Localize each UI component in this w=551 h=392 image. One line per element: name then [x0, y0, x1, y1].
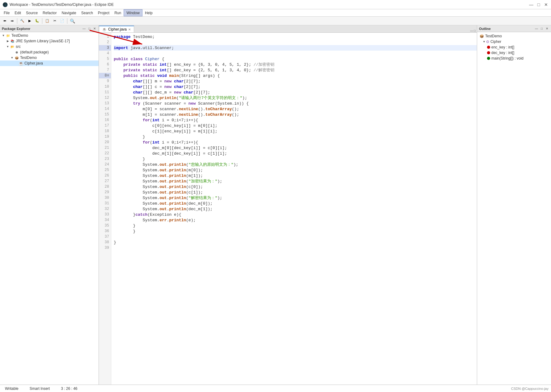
- outline-item-cipher-class[interactable]: ▼ ⊙ Cipher: [478, 39, 550, 44]
- line-num-39: 39: [99, 245, 111, 251]
- tree-item-testdemo[interactable]: ▼ 📁 TestDemo: [0, 33, 99, 38]
- tree-arrow-testdemo[interactable]: ▼: [1, 33, 6, 38]
- menu-item-project[interactable]: Project: [95, 9, 112, 16]
- eclipse-icon: 🌑: [2, 2, 8, 7]
- line-num-25: 25: [99, 167, 111, 173]
- outline-maximize-btn[interactable]: □: [540, 27, 544, 31]
- code-line-34: System.err.println(e);: [114, 217, 477, 223]
- tree-item-cipher[interactable]: ☕ Cipher.java: [0, 60, 99, 66]
- menu-item-file[interactable]: File: [1, 9, 12, 16]
- code-line-10: char[][] c = new char[2][7];: [114, 84, 477, 90]
- tab-close-btn[interactable]: ✕: [128, 28, 131, 31]
- line-num-14: 14: [99, 106, 111, 112]
- status-bar: Writable Smart Insert 3 : 26 : 46 CSDN @…: [0, 385, 551, 392]
- window-title: Workspace - TestDemo/src/TestDemo/Cipher…: [10, 2, 114, 7]
- code-line-39: [114, 245, 477, 251]
- expand-arrow-cipher[interactable]: ▼: [483, 40, 485, 43]
- title-bar-left: 🌑 Workspace - TestDemo/src/TestDemo/Ciph…: [2, 2, 114, 7]
- editor-maximize-btn[interactable]: □: [474, 29, 476, 32]
- toolbar-btn-6[interactable]: 📋: [44, 18, 51, 24]
- code-line-5: public class Cipher {: [114, 56, 477, 62]
- package-explorer-panel: Package Explorer — □ ✕ ▼ 📁 TestDemo ▶ 📚 …: [0, 25, 99, 385]
- outline-label-cipher: Cipher: [490, 40, 501, 44]
- menu-item-source[interactable]: Source: [23, 9, 40, 16]
- code-line-29: System.out.println(c[1]);: [114, 190, 477, 195]
- toolbar-sep-1: [17, 18, 17, 24]
- editor-panel: ☕ Cipher.java ✕ — □ 1 2 3 4 5 6 7 8≡ 9 1…: [99, 25, 477, 385]
- menu-item-search[interactable]: Search: [79, 9, 95, 16]
- outline-tree: 📦 TestDemo ▼ ⊙ Cipher enc_key : int[] de…: [477, 32, 551, 62]
- toolbar-btn-2[interactable]: ⮕: [9, 18, 15, 24]
- code-editor[interactable]: 1 2 3 4 5 6 7 8≡ 9 10 11 12 13 14 15 16 …: [99, 33, 477, 385]
- menu-item-window[interactable]: Window: [124, 9, 142, 16]
- tree-arrow-testdemo-pkg[interactable]: ▼: [10, 56, 14, 60]
- tree-item-testdemo-pkg[interactable]: ▼ 📦 TestDemo: [0, 55, 99, 60]
- menu-item-navigate[interactable]: Navigate: [59, 9, 78, 16]
- project-tree: ▼ 📁 TestDemo ▶ 📚 JRE System Library [Jav…: [0, 32, 99, 385]
- toolbar-btn-3[interactable]: 🔨: [19, 18, 26, 24]
- code-line-2: [114, 40, 477, 45]
- project-icon: 📁: [6, 33, 11, 38]
- class-icon-outline: ⊙: [486, 40, 489, 44]
- tab-label: Cipher.java: [108, 27, 127, 31]
- code-content[interactable]: package TestDemo; import java.util.Scann…: [111, 33, 477, 385]
- menu-item-edit[interactable]: Edit: [12, 9, 23, 16]
- outline-item-enc-key[interactable]: enc_key : int[]: [478, 44, 550, 50]
- code-line-33: }catch(Exception e){: [114, 212, 477, 217]
- line-num-29: 29: [99, 190, 111, 195]
- tree-item-jre[interactable]: ▶ 📚 JRE System Library [JavaSE-17]: [0, 38, 99, 44]
- tree-item-src[interactable]: ▼ 📂 src: [0, 44, 99, 49]
- code-line-3: import java.util.Scanner;: [114, 45, 477, 51]
- tree-arrow-default: [10, 50, 14, 54]
- panel-controls[interactable]: — □ ✕: [82, 27, 97, 31]
- outline-item-dec-key[interactable]: dec_key : int[]: [478, 50, 550, 56]
- toolbar: ⬅ ⮕ 🔨 ▶ 🐛 📋 ✂ 📄 🔍: [0, 17, 551, 25]
- menu-item-run[interactable]: Run: [112, 9, 124, 16]
- toolbar-btn-7[interactable]: ✂: [51, 18, 58, 24]
- package-icon: ⊕: [14, 50, 19, 55]
- code-line-11: char[][] dec_m = new char[2][7];: [114, 90, 477, 95]
- code-line-14: m[0] = scanner.nextLine().toCharArray();: [114, 106, 477, 112]
- tree-arrow-cipher: [14, 61, 19, 65]
- panel-close-btn[interactable]: ✕: [92, 27, 97, 31]
- code-line-19: }: [114, 134, 477, 140]
- code-line-8: public static void main(String[] args) {: [114, 73, 477, 78]
- status-left: Writable Smart Insert 3 : 26 : 46: [2, 386, 80, 391]
- tree-item-default-pkg[interactable]: ⊕ (default package): [0, 49, 99, 55]
- editor-minimize-btn[interactable]: —: [470, 29, 473, 32]
- line-num-18: 18: [99, 128, 111, 134]
- code-line-16: for(int i = 0;i<7;i++){: [114, 117, 477, 123]
- code-line-15: m[1] = scanner.nextLine().toCharArray();: [114, 112, 477, 117]
- outline-minimize-btn[interactable]: —: [534, 27, 539, 31]
- menu-item-help[interactable]: Help: [142, 9, 155, 16]
- outline-panel-controls[interactable]: — □ ✕: [534, 27, 549, 31]
- minimize-button[interactable]: —: [529, 2, 534, 7]
- line-num-20: 20: [99, 140, 111, 145]
- panel-maximize-btn[interactable]: □: [87, 27, 91, 31]
- line-num-38: 38: [99, 240, 111, 245]
- code-line-13: try (Scanner scanner = new Scanner(Syste…: [114, 101, 477, 106]
- line-num-23: 23: [99, 156, 111, 162]
- tree-arrow-jre[interactable]: ▶: [6, 39, 10, 43]
- toolbar-btn-8[interactable]: 📄: [59, 18, 66, 24]
- maximize-button[interactable]: □: [536, 2, 541, 7]
- close-button[interactable]: ✕: [544, 2, 549, 7]
- window-controls[interactable]: — □ ✕: [529, 2, 549, 7]
- outline-close-btn[interactable]: ✕: [545, 27, 549, 31]
- outline-item-testdemo[interactable]: 📦 TestDemo: [478, 33, 550, 39]
- line-num-11: 11: [99, 90, 111, 95]
- search-btn[interactable]: 🔍: [69, 18, 76, 24]
- toolbar-btn-5[interactable]: 🐛: [34, 18, 40, 24]
- tab-cipher-java[interactable]: ☕ Cipher.java ✕: [99, 26, 134, 32]
- line-num-6: 6: [99, 62, 111, 67]
- outline-item-main[interactable]: main(String[]) : void: [478, 56, 550, 61]
- tree-label-cipher: Cipher.java: [24, 61, 43, 65]
- outline-label-enc-key: enc_key : int[]: [491, 45, 514, 49]
- line-num-24: 24: [99, 162, 111, 167]
- panel-minimize-btn[interactable]: —: [82, 27, 86, 31]
- toolbar-btn-4[interactable]: ▶: [26, 18, 33, 24]
- tree-label-default: (default package): [20, 50, 49, 54]
- tree-arrow-src[interactable]: ▼: [6, 44, 10, 49]
- toolbar-btn-1[interactable]: ⬅: [1, 18, 8, 24]
- menu-item-refactor[interactable]: Refactor: [40, 9, 59, 16]
